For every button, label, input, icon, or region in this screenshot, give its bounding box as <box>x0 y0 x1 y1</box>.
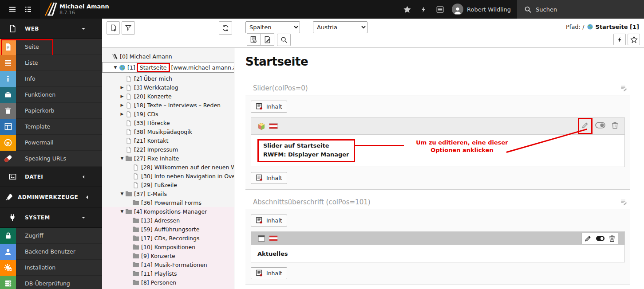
expander-icon[interactable]: ▶ <box>119 103 125 107</box>
module-item-seite[interactable]: Seite <box>0 39 102 55</box>
add-content-button[interactable]: Inhalt <box>251 267 287 279</box>
delete-trash-icon[interactable] <box>612 121 618 131</box>
star-icon[interactable] <box>399 0 415 19</box>
tree-node-27[interactable]: ▼[27] Fixe Inhalte <box>102 154 234 163</box>
expander-icon[interactable]: ▼ <box>119 191 125 196</box>
module-item-template[interactable]: Template <box>0 119 102 135</box>
content-element-aktuelles[interactable]: Aktuelles <box>251 231 625 262</box>
edit-page-icon <box>264 36 271 43</box>
view-page-button[interactable] <box>247 33 261 46</box>
tree-node-14[interactable]: [14] Musik-Formationen <box>102 260 234 269</box>
tree-node-38[interactable]: [38] Musikpädagogik <box>102 127 234 136</box>
module-item-powermail[interactable]: pPowermail <box>0 135 102 151</box>
module-section-label: ADMINWERKZEUGE <box>18 194 78 200</box>
tree-node-1[interactable]: ▼[1]Startseite[www.michael-amann.at] <box>102 62 234 73</box>
expander-icon[interactable]: ▼ <box>119 209 125 214</box>
topbar-right: Robert Wildling <box>399 0 644 19</box>
new-page-button[interactable] <box>107 21 120 35</box>
tree-node-11[interactable]: [11] Playlists <box>102 269 234 278</box>
expander-icon[interactable]: ▶ <box>119 94 125 98</box>
module-section-adminwerkzeuge[interactable]: ADMINWERKZEUGE <box>0 187 102 207</box>
delete-trash-icon[interactable] <box>606 233 618 244</box>
expander-icon[interactable]: ▼ <box>119 156 125 160</box>
filter-button[interactable] <box>122 21 135 35</box>
tree-node-9[interactable]: [9] Konzerte <box>102 251 234 260</box>
module-item-speaking-urls[interactable]: Speaking URLs <box>0 151 102 167</box>
column-edit-icon[interactable] <box>620 85 628 92</box>
tree-node-29[interactable]: [29] Fußzeile <box>102 180 234 189</box>
tree-node-19[interactable]: ▶[19] CDs <box>102 109 234 118</box>
tree-node-10[interactable]: [10] Kompositionen <box>102 242 234 251</box>
tree-node-22[interactable]: [22] Impressum <box>102 145 234 154</box>
edit-pencil-icon[interactable] <box>582 233 594 244</box>
module-item-liste[interactable]: Liste <box>0 55 102 71</box>
expander-icon[interactable]: ▼ <box>112 65 119 70</box>
tree-node-30[interactable]: [30] Info neben Navigation in Overl <box>102 172 234 180</box>
columns-select[interactable]: Spalten <box>245 21 300 33</box>
tree-node-28[interactable]: [28] Willkommen auf der neuen We <box>102 163 234 172</box>
edit-page-button[interactable] <box>261 33 274 46</box>
add-content-button[interactable]: Inhalt <box>251 172 287 184</box>
module-item-label: Funktionen <box>25 91 55 98</box>
brand[interactable]: Michael Amann 8.7.16 <box>40 0 109 19</box>
view-page-icon <box>250 36 257 43</box>
module-item-backend-benutzer[interactable]: Backend-Benutzer <box>0 244 102 260</box>
user-icon <box>4 247 12 256</box>
flag-austria-icon <box>269 123 278 129</box>
module-section-system[interactable]: SYSTEM <box>0 207 102 228</box>
column-edit-icon[interactable] <box>620 199 628 206</box>
tree-node-8[interactable]: [8] Personen <box>102 278 234 287</box>
folder-icon <box>125 155 132 162</box>
add-content-button[interactable]: Inhalt <box>251 101 287 113</box>
tree-node-59[interactable]: [59] Aufführungsorte <box>102 225 234 234</box>
user-menu[interactable]: Robert Wildling <box>448 0 517 19</box>
tree-node-0[interactable]: [0] Michael Amann <box>102 52 234 61</box>
refresh-button[interactable] <box>219 21 232 35</box>
page-icon <box>132 181 139 188</box>
module-item-zugriff[interactable]: Zugriff <box>0 228 102 244</box>
add-content-button[interactable]: Inhalt <box>251 215 287 227</box>
tree-node-20[interactable]: ▶[20] Konzerte <box>102 92 234 101</box>
path-page[interactable]: Startseite [1] <box>596 23 639 30</box>
tree-node-17[interactable]: [17] CDs, Recordings <box>102 234 234 242</box>
hamburger-icon[interactable] <box>6 3 19 16</box>
module-item-info[interactable]: Info <box>0 71 102 87</box>
module-section-datei[interactable]: DATEI <box>0 167 102 187</box>
content-element-slider[interactable]: Slider auf Startseite RWFM: Displayer Ma… <box>251 117 625 167</box>
language-select[interactable]: Austria <box>313 21 367 33</box>
tree-node-label: [1]Startseite[www.michael-amann.at] <box>127 63 234 72</box>
visibility-toggle-icon[interactable] <box>595 122 605 130</box>
visibility-toggle-icon[interactable] <box>594 233 606 244</box>
expander-icon[interactable]: ▶ <box>119 112 125 116</box>
page-icon <box>4 43 12 51</box>
search-icon <box>281 36 288 43</box>
bolt-icon[interactable] <box>415 0 432 19</box>
systeminfo-icon[interactable] <box>432 0 448 19</box>
image-icon <box>0 172 25 181</box>
cache-bolt-button[interactable] <box>613 34 626 45</box>
module-item-db-berpr-fung[interactable]: DB-Überprüfung <box>0 276 102 289</box>
tree-node-label: [19] CDs <box>134 111 158 117</box>
topbar-search[interactable] <box>517 0 644 19</box>
tree-node-18[interactable]: ▶[18] Texte – Interviews – Reden <box>102 101 234 109</box>
module-item-papierkorb[interactable]: Papierkorb <box>0 103 102 119</box>
search-input[interactable] <box>536 6 624 13</box>
expander-icon[interactable]: ▶ <box>119 85 125 90</box>
module-item-installation[interactable]: Installation <box>0 260 102 276</box>
tree-node-33[interactable]: [33] Hörecke <box>102 118 234 127</box>
tree-node-36[interactable]: [36] Powermail Forms <box>102 198 234 207</box>
view-mode-group <box>247 33 274 46</box>
bookmark-button[interactable] <box>628 34 640 45</box>
search-button[interactable] <box>277 34 291 46</box>
tree-node-21[interactable]: [21] Kontakt <box>102 136 234 145</box>
pagetree-toggle-icon[interactable] <box>21 3 35 16</box>
module-item-funktionen[interactable]: Funktionen <box>0 87 102 103</box>
folder-icon <box>132 261 139 268</box>
tree-node-13[interactable]: [13] Adressen <box>102 216 234 225</box>
module-section-web[interactable]: WEB <box>0 19 102 39</box>
tree-node-3[interactable]: ▶[3] Werkkatalog <box>102 83 234 92</box>
tree-node-2[interactable]: [2] Über mich <box>102 74 234 83</box>
tree-node-37[interactable]: ▼[37] E-Mails <box>102 189 234 198</box>
tree-node-4[interactable]: ▼[4] Kompositions-Manager <box>102 207 234 216</box>
module-item-label: Installation <box>25 264 55 271</box>
